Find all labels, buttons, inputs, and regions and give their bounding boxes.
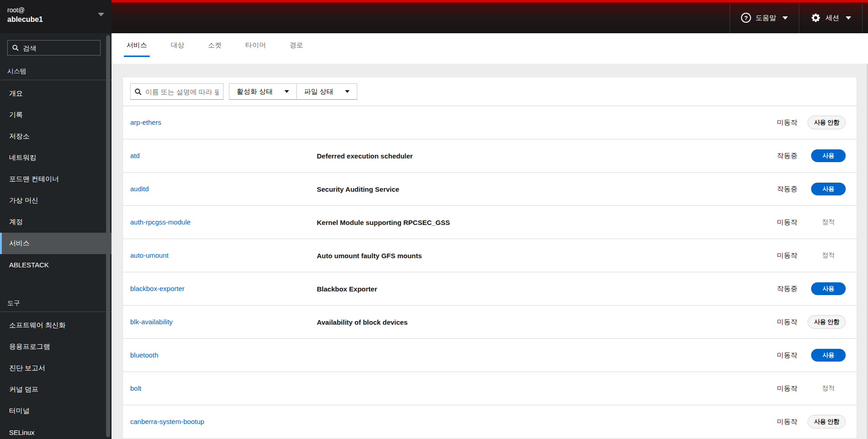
services-card: 활성화 상태 파일 상태 arp-ethers 미동작 사용 안함 [123, 77, 857, 439]
sidebar-item-ablestack[interactable]: ABLESTACK [0, 254, 112, 276]
table-row[interactable]: auditd Security Auditing Service 작동중 사용 [123, 173, 857, 206]
hostname: ablecube1 [7, 15, 104, 25]
activation-state-select[interactable]: 활성화 상태 [229, 83, 297, 100]
autostart-badge: 사용 안함 [807, 315, 846, 329]
service-state: 미동작 [747, 418, 797, 426]
sidebar-item-software-updates[interactable]: 소프트웨어 최신화 [0, 315, 112, 336]
file-state-label: 파일 상태 [304, 87, 333, 96]
autostart-badge: 사용 [811, 149, 846, 162]
sidebar-item-networking[interactable]: 네트워킹 [0, 147, 112, 168]
spacer [0, 276, 112, 287]
filter-selects: 활성화 상태 파일 상태 [229, 83, 357, 100]
service-filter-box [130, 83, 223, 100]
service-description: Deferred execution scheduler [317, 152, 747, 160]
table-row[interactable]: arp-ethers 미동작 사용 안함 [123, 106, 857, 139]
table-row[interactable]: blackbox-exporter Blackbox Exporter 작동중 … [123, 272, 857, 306]
sidebar-item-kernel-dump[interactable]: 커널 덤프 [0, 379, 112, 400]
masthead-bar: ? 도움말 세션 [112, 0, 868, 33]
autostart-static-label: 정적 [822, 251, 835, 260]
service-link[interactable]: auto-umount [130, 251, 168, 259]
tab-targets[interactable]: 대상 [168, 41, 187, 57]
help-menu-button[interactable]: ? 도움말 [730, 2, 799, 33]
service-state: 미동작 [747, 218, 797, 227]
tab-services[interactable]: 서비스 [124, 41, 150, 57]
sidebar-scrollbar[interactable] [106, 35, 110, 437]
nav-section-tools: 도구 [0, 287, 112, 311]
service-description: Kernel Module supporting RPCSEC_GSS [317, 219, 747, 226]
tab-sockets[interactable]: 소켓 [205, 41, 224, 57]
table-row[interactable]: auto-umount Auto umount faulty GFS mount… [123, 239, 857, 272]
autostart-badge: 사용 [811, 183, 846, 195]
services-toolbar: 활성화 상태 파일 상태 [123, 77, 857, 106]
tab-paths[interactable]: 경로 [287, 41, 306, 57]
autostart-badge: 사용 [811, 282, 846, 295]
chevron-down-icon [345, 90, 350, 93]
autostart-badge: 사용 안함 [807, 116, 846, 129]
session-menu-label: 세션 [826, 14, 839, 22]
sidebar-item-podman-containers[interactable]: 포드맨 컨테이너 [0, 168, 112, 190]
sidebar-item-selinux[interactable]: SELinux [0, 422, 112, 439]
service-link[interactable]: bolt [130, 384, 141, 392]
sidebar-item-applications[interactable]: 응용프로그램 [0, 336, 112, 357]
service-state: 미동작 [747, 384, 797, 393]
chevron-down-icon [98, 13, 104, 16]
service-link[interactable]: blk-availability [130, 318, 173, 326]
sidebar-item-terminal[interactable]: 터미널 [0, 400, 112, 422]
sidebar-search-input[interactable] [23, 44, 96, 52]
autostart-badge: 사용 [811, 349, 846, 362]
service-state: 작동중 [747, 152, 797, 160]
chevron-down-icon [284, 90, 289, 93]
service-filter-input[interactable] [145, 88, 219, 96]
sidebar-nav: 시스템 개요 기록 저장소 네트워킹 포드맨 컨테이너 가상 머신 계정 서비스… [0, 33, 112, 439]
sidebar-item-storage[interactable]: 저장소 [0, 126, 112, 147]
table-row[interactable]: canberra-system-bootup 미동작 사용 안함 [123, 405, 857, 439]
service-description: Security Auditing Service [317, 185, 747, 193]
nav-items-system: 개요 기록 저장소 네트워킹 포드맨 컨테이너 가상 머신 계정 서비스 ABL… [0, 80, 112, 276]
service-link[interactable]: auditd [130, 185, 149, 193]
masthead: root@ ablecube1 ? 도움말 세션 [0, 0, 868, 33]
sidebar-item-accounts[interactable]: 계정 [0, 211, 112, 233]
service-state: 미동작 [747, 251, 797, 260]
service-link[interactable]: blackbox-exporter [130, 285, 184, 292]
sidebar-item-services[interactable]: 서비스 [0, 233, 112, 254]
service-link[interactable]: arp-ethers [130, 118, 161, 126]
masthead-buttons: ? 도움말 세션 [730, 2, 863, 33]
service-description: Availability of block devices [317, 318, 747, 326]
table-row[interactable]: blk-availability Availability of block d… [123, 306, 857, 339]
autostart-static-label: 정적 [822, 218, 835, 226]
tab-bar: 서비스 대상 소켓 타이머 경로 [112, 33, 868, 64]
service-description: Blackbox Exporter [317, 285, 747, 293]
file-state-select[interactable]: 파일 상태 [296, 83, 357, 100]
tab-timers[interactable]: 타이머 [243, 41, 269, 57]
sidebar-item-virtual-machines[interactable]: 가상 머신 [0, 190, 112, 211]
service-state: 미동작 [747, 351, 797, 360]
service-link[interactable]: canberra-system-bootup [130, 418, 204, 425]
table-row[interactable]: atd Deferred execution scheduler 작동중 사용 [123, 139, 857, 173]
service-state: 작동중 [747, 185, 797, 194]
host-switcher[interactable]: root@ ablecube1 [0, 0, 112, 33]
service-link[interactable]: auth-rpcgss-module [130, 218, 191, 226]
nav-section-system: 시스템 [0, 56, 112, 80]
table-row[interactable]: bluetooth 미동작 사용 [123, 339, 857, 372]
service-state: 미동작 [747, 118, 797, 127]
question-circle-icon: ? [741, 13, 751, 23]
sidebar-item-diagnostic-reports[interactable]: 진단 보고서 [0, 357, 112, 379]
service-description: Auto umount faulty GFS mounts [317, 252, 747, 260]
table-row[interactable]: auth-rpcgss-module Kernel Module support… [123, 206, 857, 239]
session-menu-button[interactable]: 세션 [799, 2, 863, 33]
table-row[interactable]: bolt 미동작 정적 [123, 372, 857, 405]
sidebar-search-box [7, 40, 101, 56]
gear-icon [810, 12, 821, 23]
services-table: arp-ethers 미동작 사용 안함 atd Deferred execut… [123, 106, 857, 439]
search-icon [12, 44, 19, 51]
service-state: 미동작 [747, 318, 797, 327]
service-link[interactable]: atd [130, 152, 140, 159]
service-state: 작동중 [747, 285, 797, 293]
main-content: 활성화 상태 파일 상태 arp-ethers 미동작 사용 안함 [112, 64, 868, 439]
sidebar-item-overview[interactable]: 개요 [0, 83, 112, 104]
sidebar-item-logs[interactable]: 기록 [0, 104, 112, 126]
service-link[interactable]: bluetooth [130, 351, 158, 359]
logged-in-user: root@ [7, 6, 104, 15]
help-menu-label: 도움말 [756, 14, 776, 22]
chevron-down-icon [782, 16, 788, 20]
